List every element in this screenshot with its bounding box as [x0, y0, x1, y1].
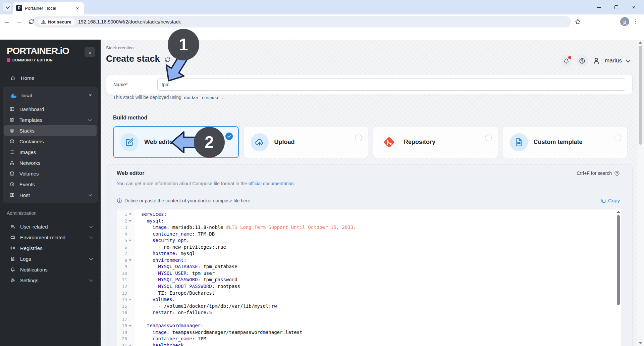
window-close-button[interactable]: × [629, 3, 638, 12]
line-number: 14 [117, 296, 127, 303]
sidebar-item-templates[interactable]: Templates [4, 114, 97, 125]
back-button[interactable]: ← [2, 17, 12, 27]
scroll-up-icon[interactable] [639, 41, 642, 44]
code-line-10: MYSQL_USER: tpm_user [141, 270, 616, 277]
users-icon [10, 224, 15, 229]
editor-instruction: Define or paste the content of your dock… [117, 198, 250, 203]
notification-badge [568, 56, 571, 59]
deploy-info-text: This stack will be deployed using docker… [113, 95, 223, 100]
portainer-logo: PORTAINER.iO [7, 46, 69, 56]
code-line-19: image: teampasswordmanager/teampasswordm… [141, 329, 616, 336]
chevron-down-icon [88, 193, 92, 196]
person-icon [622, 20, 628, 26]
environment-local[interactable]: local × [3, 89, 98, 102]
tab-close-icon[interactable]: × [74, 5, 80, 11]
tab-title: Portainer | local [25, 6, 72, 11]
address-bar[interactable]: Not secure 192.168.1.18:9000/#!/2/docker… [34, 16, 571, 28]
code-line-21: healthcheck: [141, 342, 616, 346]
code-line-12: MYSQL_ROOT_PASSWORD: rootpass [141, 283, 616, 290]
sidebar-item-events[interactable]: Events [4, 179, 97, 190]
chevron-down-icon[interactable] [626, 58, 631, 62]
editor-code[interactable]: services: mysql: image: mariadb:11.8-nob… [135, 209, 616, 346]
forward-button[interactable]: → [14, 17, 24, 27]
sidebar-item-user-related[interactable]: User-related [3, 221, 98, 232]
help-button[interactable] [577, 55, 588, 66]
help-circle-icon[interactable] [614, 170, 620, 176]
radio-button[interactable] [485, 135, 492, 141]
warning-icon [41, 19, 46, 24]
browser-menu-icon[interactable]: ⋮ [631, 17, 640, 26]
sidebar-item-host[interactable]: Host [4, 190, 97, 200]
sidebar-collapse-button[interactable]: « [85, 47, 95, 57]
code-line-2: mysql: [141, 218, 616, 225]
browser-tab[interactable]: P Portainer | local × [13, 2, 84, 14]
page-scrollbar-thumb[interactable] [639, 46, 642, 145]
fold-toggle[interactable] [127, 240, 133, 241]
sidebar-item-registries[interactable]: Registries [3, 243, 98, 253]
compose-code-editor[interactable]: 123456789101112131415161718192021 servic… [117, 209, 621, 346]
sidebar-item-logs[interactable]: Logs [3, 253, 98, 264]
build-method-upload[interactable]: Upload [244, 126, 369, 158]
stacks-icon [9, 128, 15, 133]
fold-arrow-icon [129, 213, 131, 215]
window-minimize-button[interactable] [594, 3, 603, 12]
docker-icon [10, 92, 17, 99]
administration-heading: Administration [7, 210, 37, 216]
page-scrollbar[interactable] [637, 40, 644, 346]
fold-toggle[interactable] [127, 345, 133, 346]
sidebar-item-images[interactable]: Images [4, 147, 97, 157]
environment-close-icon[interactable]: × [89, 92, 92, 98]
browser-profile-avatar[interactable] [620, 17, 629, 26]
sidebar-item-volumes[interactable]: Volumes [4, 168, 97, 179]
copy-button[interactable]: Copy [601, 198, 620, 203]
portainer-favicon: P [16, 5, 22, 11]
editor-scrollbar-thumb[interactable] [617, 215, 620, 305]
fold-toggle[interactable] [127, 299, 133, 300]
refresh-icon[interactable] [164, 56, 171, 63]
sidebar-item-settings[interactable]: Settings [3, 275, 98, 286]
site-security-chip[interactable]: Not secure [38, 18, 75, 26]
user-icon [592, 57, 600, 65]
tab-search-button[interactable] [3, 3, 11, 11]
sidebar-item-dashboard[interactable]: Dashboard [4, 104, 97, 114]
scroll-down-icon[interactable] [639, 342, 642, 344]
sidebar-item-notifications[interactable]: Notifications [3, 264, 98, 275]
line-number: 9 [117, 263, 127, 270]
volumes-icon [9, 171, 15, 176]
radio-button[interactable] [355, 135, 362, 141]
sidebar-item-networks[interactable]: Networks [4, 157, 97, 168]
fold-toggle[interactable] [127, 259, 133, 261]
bookmark-star-icon[interactable] [575, 18, 581, 25]
line-number: 11 [117, 277, 127, 283]
radio-button[interactable] [614, 135, 621, 141]
annotation-step-1: 1 [168, 29, 199, 60]
environment-panel: local × DashboardTemplatesStacksContaine… [3, 87, 98, 203]
build-method-custom-template[interactable]: Custom template [503, 126, 628, 158]
user-menu[interactable]: marius [605, 57, 622, 64]
sidebar-item-environment-related[interactable]: Environment-related [3, 232, 98, 243]
notifications-button[interactable] [561, 55, 572, 66]
line-number: 10 [117, 270, 127, 277]
compose-info-text: You can get more information about Compo… [117, 181, 295, 186]
home-icon [10, 75, 16, 81]
fold-toggle[interactable] [127, 325, 133, 327]
sidebar-item-containers[interactable]: Containers [4, 136, 97, 147]
url-text: 192.168.1.18:9000/#!/2/docker/stacks/new… [78, 19, 181, 24]
line-number: 2 [117, 218, 127, 225]
official-documentation-link[interactable]: official documentation [248, 181, 293, 186]
containers-icon [9, 139, 15, 144]
notifications-icon [10, 267, 15, 272]
sidebar-item-home[interactable]: Home [0, 72, 101, 84]
copy-icon [601, 198, 606, 203]
window-maximize-button[interactable] [612, 3, 621, 12]
scroll-up-icon[interactable] [617, 211, 620, 213]
sidebar-item-stacks[interactable]: Stacks [4, 125, 97, 136]
fold-toggle[interactable] [127, 220, 133, 222]
chevron-down-icon [89, 224, 93, 228]
fold-toggle[interactable] [127, 213, 133, 215]
code-line-6: - no-new-privileges:true [141, 244, 616, 251]
editor-scrollbar[interactable] [616, 209, 621, 346]
code-line-5: security_opt: [141, 237, 616, 244]
build-method-repository[interactable]: Repository [373, 126, 498, 158]
stack-name-input[interactable] [157, 79, 625, 91]
